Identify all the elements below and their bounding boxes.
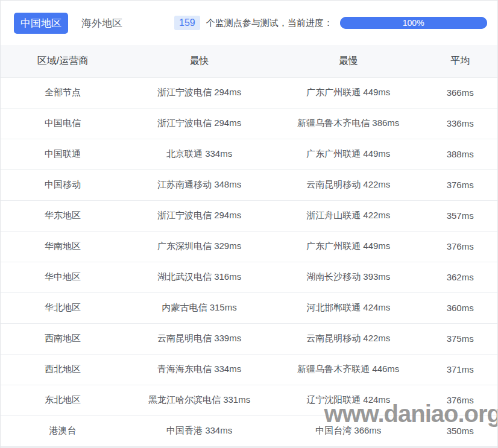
table-row: 港澳台中国香港 334ms中国台湾 366ms350ms bbox=[1, 415, 497, 446]
latency-table: 区域/运营商 最快 最慢 平均 全部节点浙江宁波电信 294ms广东广州联通 4… bbox=[1, 45, 497, 447]
slowest-cell: 湖南长沙移动 393ms bbox=[274, 262, 423, 292]
region-cell: 华中地区 bbox=[1, 262, 125, 292]
table-row: 华中地区湖北武汉电信 316ms湖南长沙移动 393ms362ms bbox=[1, 262, 497, 292]
table-row: 中国联通北京联通 334ms广东广州联通 449ms388ms bbox=[1, 139, 497, 169]
slowest-cell: 广东广州联通 449ms bbox=[274, 77, 423, 108]
table-header: 区域/运营商 最快 最慢 平均 bbox=[1, 45, 497, 77]
table-body: 全部节点浙江宁波电信 294ms广东广州联通 449ms366ms中国电信浙江宁… bbox=[1, 77, 497, 446]
tab-overseas-region[interactable]: 海外地区 bbox=[81, 16, 122, 30]
average-cell: 376ms bbox=[423, 385, 497, 415]
region-cell: 中国电信 bbox=[1, 108, 125, 139]
region-cell: 中国联通 bbox=[1, 139, 125, 169]
region-cell: 华南地区 bbox=[1, 231, 125, 262]
average-cell: 388ms bbox=[423, 139, 497, 169]
table-row: 华北地区内蒙古电信 315ms河北邯郸联通 424ms360ms bbox=[1, 292, 497, 323]
average-cell: 376ms bbox=[423, 231, 497, 262]
fastest-cell: 江苏南通移动 348ms bbox=[125, 169, 274, 200]
table-row: 华南地区广东深圳电信 329ms广东广州联通 449ms376ms bbox=[1, 231, 497, 262]
region-cell: 华北地区 bbox=[1, 292, 125, 323]
region-cell: 港澳台 bbox=[1, 415, 125, 446]
region-cell: 全部节点 bbox=[1, 77, 125, 108]
average-cell: 376ms bbox=[423, 169, 497, 200]
speedtest-panel: 中国地区 海外地区 159 个监测点参与测试，当前进度： 100% 区域/运营商… bbox=[0, 0, 498, 448]
average-cell: 362ms bbox=[423, 262, 497, 292]
status-label: 个监测点参与测试，当前进度： bbox=[206, 17, 333, 29]
fastest-cell: 北京联通 334ms bbox=[125, 139, 274, 169]
slowest-cell: 云南昆明移动 422ms bbox=[274, 169, 423, 200]
region-cell: 西北地区 bbox=[1, 354, 125, 385]
progress-bar: 100% bbox=[340, 17, 487, 29]
slowest-cell: 新疆乌鲁木齐电信 386ms bbox=[274, 108, 423, 139]
fastest-cell: 中国香港 334ms bbox=[125, 415, 274, 446]
table-row: 西南地区云南昆明电信 339ms云南昆明移动 422ms375ms bbox=[1, 323, 497, 354]
slowest-cell: 河北邯郸联通 424ms bbox=[274, 292, 423, 323]
fastest-cell: 湖北武汉电信 316ms bbox=[125, 262, 274, 292]
column-header-average: 平均 bbox=[423, 45, 497, 77]
fastest-cell: 浙江宁波电信 294ms bbox=[125, 200, 274, 231]
table-row: 西北地区青海海东电信 334ms新疆乌鲁木齐联通 446ms371ms bbox=[1, 354, 497, 385]
topbar: 中国地区 海外地区 159 个监测点参与测试，当前进度： 100% bbox=[1, 1, 497, 45]
average-cell: 350ms bbox=[423, 415, 497, 446]
fastest-cell: 浙江宁波电信 294ms bbox=[125, 77, 274, 108]
average-cell: 357ms bbox=[423, 200, 497, 231]
average-cell: 375ms bbox=[423, 323, 497, 354]
fastest-cell: 黑龙江哈尔滨电信 331ms bbox=[125, 385, 274, 415]
region-cell: 中国移动 bbox=[1, 169, 125, 200]
table-row: 全部节点浙江宁波电信 294ms广东广州联通 449ms366ms bbox=[1, 77, 497, 108]
table-row: 华东地区浙江宁波电信 294ms浙江舟山联通 422ms357ms bbox=[1, 200, 497, 231]
average-cell: 371ms bbox=[423, 354, 497, 385]
slowest-cell: 浙江舟山联通 422ms bbox=[274, 200, 423, 231]
region-cell: 东北地区 bbox=[1, 385, 125, 415]
average-cell: 366ms bbox=[423, 77, 497, 108]
table-row: 中国移动江苏南通移动 348ms云南昆明移动 422ms376ms bbox=[1, 169, 497, 200]
slowest-cell: 新疆乌鲁木齐联通 446ms bbox=[274, 354, 423, 385]
fastest-cell: 云南昆明电信 339ms bbox=[125, 323, 274, 354]
column-header-region: 区域/运营商 bbox=[1, 45, 125, 77]
slowest-cell: 云南昆明移动 422ms bbox=[274, 323, 423, 354]
slowest-cell: 辽宁沈阳联通 424ms bbox=[274, 385, 423, 415]
table-row: 中国电信浙江宁波电信 294ms新疆乌鲁木齐电信 386ms336ms bbox=[1, 108, 497, 139]
fastest-cell: 浙江宁波电信 294ms bbox=[125, 108, 274, 139]
slowest-cell: 广东广州联通 449ms bbox=[274, 231, 423, 262]
progress-value: 100% bbox=[340, 17, 487, 29]
fastest-cell: 广东深圳电信 329ms bbox=[125, 231, 274, 262]
average-cell: 336ms bbox=[423, 108, 497, 139]
column-header-fastest: 最快 bbox=[125, 45, 274, 77]
region-cell: 西南地区 bbox=[1, 323, 125, 354]
column-header-slowest: 最慢 bbox=[274, 45, 423, 77]
tab-china-region[interactable]: 中国地区 bbox=[14, 13, 68, 34]
monitor-count-badge: 159 bbox=[174, 16, 200, 30]
slowest-cell: 广东广州联通 449ms bbox=[274, 139, 423, 169]
slowest-cell: 中国台湾 366ms bbox=[274, 415, 423, 446]
region-cell: 华东地区 bbox=[1, 200, 125, 231]
fastest-cell: 青海海东电信 334ms bbox=[125, 354, 274, 385]
average-cell: 360ms bbox=[423, 292, 497, 323]
table-row: 东北地区黑龙江哈尔滨电信 331ms辽宁沈阳联通 424ms376ms bbox=[1, 385, 497, 415]
fastest-cell: 内蒙古电信 315ms bbox=[125, 292, 274, 323]
